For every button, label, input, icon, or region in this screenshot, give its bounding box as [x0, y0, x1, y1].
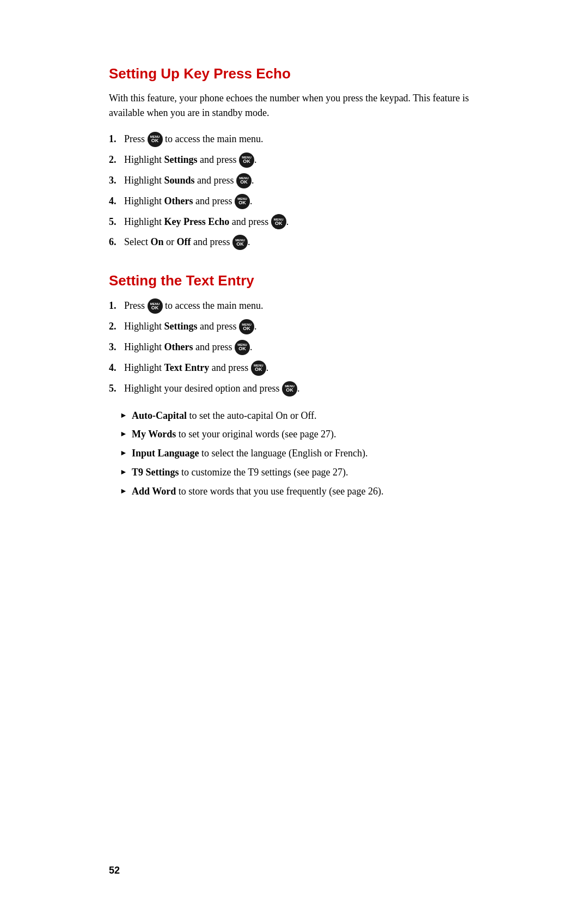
- section2-steps: 1. Press MENUOK to access the main menu.…: [109, 298, 490, 396]
- bullet-item-add-word: ► Add Word to store words that you use f…: [120, 484, 490, 499]
- menu-icon-2-4: MENUOK: [251, 361, 266, 376]
- section2-title: Setting the Text Entry: [109, 272, 490, 289]
- bullet-arrow-1: ►: [120, 410, 127, 422]
- section1-intro: With this feature, your phone echoes the…: [109, 91, 490, 120]
- bullet-item-t9-settings: ► T9 Settings to customize the T9 settin…: [120, 465, 490, 480]
- menu-icon-2-3: MENUOK: [235, 340, 250, 355]
- step-3: 3. Highlight Sounds and press MENUOK.: [109, 173, 490, 189]
- step-1: 1. Press MENUOK to access the main menu.: [109, 131, 490, 148]
- step-2-4: 4. Highlight Text Entry and press MENUOK…: [109, 360, 490, 376]
- menu-icon-2-2: MENUOK: [239, 319, 254, 334]
- bullet-arrow-2: ►: [120, 428, 127, 440]
- bullet-arrow-4: ►: [120, 466, 127, 478]
- bullet-item-auto-capital: ► Auto-Capital to set the auto-capital O…: [120, 408, 490, 424]
- menu-icon-3: MENUOK: [236, 173, 252, 188]
- menu-icon-2-1: MENUOK: [148, 298, 163, 314]
- menu-icon-6: MENUOK: [232, 235, 248, 250]
- bullet-item-my-words: ► My Words to set your original words (s…: [120, 426, 490, 442]
- menu-icon-2: MENUOK: [239, 152, 254, 168]
- page-number: 52: [109, 865, 120, 876]
- bullet-arrow-5: ►: [120, 485, 127, 497]
- step-2-3: 3. Highlight Others and press MENUOK.: [109, 339, 490, 356]
- bullet-list: ► Auto-Capital to set the auto-capital O…: [120, 408, 490, 499]
- step-2: 2. Highlight Settings and press MENUOK.: [109, 152, 490, 168]
- bullet-item-input-language: ► Input Language to select the language …: [120, 446, 490, 461]
- step-5: 5. Highlight Key Press Echo and press ME…: [109, 214, 490, 230]
- step-2-5: 5. Highlight your desired option and pre…: [109, 381, 490, 397]
- menu-icon-4: MENUOK: [235, 194, 250, 209]
- section1-steps: 1. Press MENUOK to access the main menu.…: [109, 131, 490, 251]
- menu-icon-5: MENUOK: [271, 214, 286, 229]
- menu-icon-1: MENUOK: [148, 132, 163, 147]
- step-6: 6. Select On or Off and press MENUOK.: [109, 234, 490, 251]
- step-2-2: 2. Highlight Settings and press MENUOK.: [109, 319, 490, 335]
- section1-title: Setting Up Key Press Echo: [109, 65, 490, 82]
- bullet-arrow-3: ►: [120, 447, 127, 459]
- step-4: 4. Highlight Others and press MENUOK.: [109, 193, 490, 210]
- step-2-1: 1. Press MENUOK to access the main menu.: [109, 298, 490, 314]
- menu-icon-2-5: MENUOK: [282, 381, 297, 396]
